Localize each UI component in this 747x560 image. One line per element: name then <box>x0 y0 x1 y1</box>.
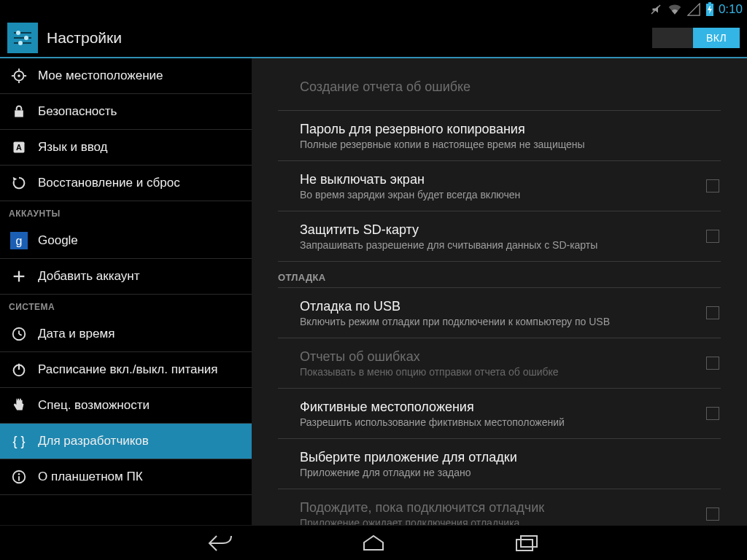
sidebar-item-developer-options[interactable]: { } Для разработчиков <box>0 424 252 459</box>
clock-icon <box>9 324 29 344</box>
svg-text:g: g <box>16 235 23 247</box>
pref-title: Отчеты об ошибках <box>300 349 721 365</box>
sidebar-item-backup-reset[interactable]: Восстановление и сброс <box>0 166 252 201</box>
sidebar-category-accounts: АККАУНТЫ <box>0 201 252 223</box>
sidebar-item-date-time[interactable]: Дата и время <box>0 316 252 352</box>
nav-recents-button[interactable] <box>490 529 563 558</box>
toggle-on-label: ВКЛ <box>693 28 740 48</box>
checkbox[interactable] <box>706 508 719 521</box>
sidebar-item-accessibility[interactable]: Спец. возможности <box>0 388 252 424</box>
settings-app-icon <box>7 23 38 53</box>
checkbox[interactable] <box>706 230 719 243</box>
braces-icon: { } <box>9 431 29 451</box>
pref-title: Отладка по USB <box>300 298 721 315</box>
sidebar-item-security[interactable]: Безопасность <box>0 94 252 130</box>
nav-back-button[interactable] <box>184 529 257 558</box>
checkbox[interactable] <box>706 306 719 319</box>
svg-point-8 <box>18 41 23 45</box>
pref-summary: Во время зарядки экран будет всегда вклю… <box>300 189 721 202</box>
pref-bug-menu[interactable]: Отчеты об ошибках Показывать в меню опци… <box>278 338 721 389</box>
svg-line-24 <box>19 334 22 335</box>
sidebar-item-about-tablet[interactable]: О планшетном ПК <box>0 459 252 495</box>
svg-rect-15 <box>15 110 23 117</box>
sidebar-item-label: Добавить аккаунт <box>38 269 140 284</box>
pref-title: Подождите, пока подключится отладчик <box>300 499 721 516</box>
pref-title: Выберите приложение для отладки <box>300 449 721 466</box>
svg-text:{ }: { } <box>12 434 25 448</box>
detail-pane: Создание отчета об ошибке Пароль для рез… <box>252 58 747 525</box>
power-icon <box>9 359 29 380</box>
sidebar-item-label: Мое местоположение <box>38 69 163 83</box>
plus-icon <box>9 266 29 287</box>
target-icon <box>9 66 29 86</box>
info-icon <box>9 467 29 487</box>
master-toggle[interactable]: ВКЛ <box>652 28 740 48</box>
sidebar-category-system: СИСТЕМА <box>0 295 252 316</box>
sidebar-item-label: Google <box>38 233 78 248</box>
battery-charging-icon <box>705 2 714 17</box>
pref-summary: Приложение ожидает подключения отладчика <box>300 517 721 525</box>
google-icon: g <box>9 230 29 251</box>
pref-summary: Показывать в меню опцию отправки отчета … <box>300 366 721 379</box>
pref-title: Фиктивные местоположения <box>300 399 721 416</box>
pref-mock-locations[interactable]: Фиктивные местоположения Разрешить испол… <box>278 389 721 439</box>
sidebar-item-label: О планшетном ПК <box>38 470 143 484</box>
language-icon: A <box>9 137 29 158</box>
sidebar-item-google[interactable]: g Google <box>0 223 252 259</box>
pref-summary: Разрешить использование фиктивных местоп… <box>300 416 721 429</box>
checkbox[interactable] <box>706 357 719 370</box>
sidebar-item-label: Дата и время <box>38 327 115 341</box>
checkbox[interactable] <box>706 407 719 420</box>
svg-point-10 <box>18 74 20 77</box>
status-clock: 0:10 <box>719 2 743 17</box>
svg-point-6 <box>16 31 20 35</box>
sidebar-item-label: Для разработчиков <box>38 434 149 448</box>
nav-home-button[interactable] <box>337 529 410 558</box>
action-bar: Настройки ВКЛ <box>0 19 747 58</box>
sidebar-item-label: Восстановление и сброс <box>38 176 180 190</box>
mute-icon <box>649 3 662 16</box>
pref-protect-sd[interactable]: Защитить SD-карту Запрашивать разрешение… <box>278 211 721 262</box>
wifi-icon <box>667 3 682 16</box>
sidebar-item-label: Спец. возможности <box>38 398 150 413</box>
pref-title: Создание отчета об ошибке <box>300 79 721 96</box>
sidebar-item-label: Безопасность <box>38 104 117 119</box>
lock-icon <box>9 101 29 122</box>
pref-select-debug-app[interactable]: Выберите приложение для отладки Приложен… <box>278 439 721 489</box>
pref-title: Не выключать экран <box>300 171 721 188</box>
cell-icon <box>687 3 700 16</box>
svg-rect-32 <box>521 536 537 547</box>
hand-icon <box>9 395 29 416</box>
settings-sidebar: Мое местоположение Безопасность A Язык и… <box>0 58 252 525</box>
pref-summary: Запрашивать разрешение для считывания да… <box>300 239 721 252</box>
status-bar: 0:10 <box>0 0 747 19</box>
detail-category-debug: ОТЛАДКА <box>278 262 721 288</box>
sidebar-item-location[interactable]: Мое местоположение <box>0 58 252 94</box>
sidebar-item-language[interactable]: A Язык и ввод <box>0 130 252 166</box>
pref-backup-password[interactable]: Пароль для резервного копирования Полные… <box>278 111 721 161</box>
svg-rect-2 <box>708 2 711 4</box>
sidebar-item-power-schedule[interactable]: Расписание вкл./выкл. питания <box>0 352 252 388</box>
svg-text:A: A <box>16 143 22 152</box>
pref-summary: Полные резервные копии в настоящее время… <box>300 139 721 152</box>
navigation-bar <box>0 525 747 560</box>
pref-wait-debugger[interactable]: Подождите, пока подключится отладчик При… <box>278 489 721 526</box>
restore-icon <box>9 173 29 193</box>
checkbox[interactable] <box>706 179 719 192</box>
sidebar-item-label: Расписание вкл./выкл. питания <box>38 362 218 377</box>
svg-point-29 <box>18 473 20 475</box>
page-title: Настройки <box>47 29 652 47</box>
pref-summary: Включить режим отладки при подключении к… <box>300 316 721 329</box>
pref-bug-report[interactable]: Создание отчета об ошибке <box>278 64 721 111</box>
svg-rect-31 <box>516 540 533 551</box>
pref-stay-awake[interactable]: Не выключать экран Во время зарядки экра… <box>278 161 721 211</box>
pref-usb-debug[interactable]: Отладка по USB Включить режим отладки пр… <box>278 288 721 338</box>
pref-summary: Приложение для отладки не задано <box>300 467 721 480</box>
sidebar-item-label: Язык и ввод <box>38 140 108 155</box>
sidebar-item-add-account[interactable]: Добавить аккаунт <box>0 259 252 295</box>
svg-point-7 <box>24 36 28 40</box>
pref-title: Защитить SD-карту <box>300 222 721 238</box>
pref-title: Пароль для резервного копирования <box>300 121 721 138</box>
svg-rect-30 <box>18 476 20 481</box>
